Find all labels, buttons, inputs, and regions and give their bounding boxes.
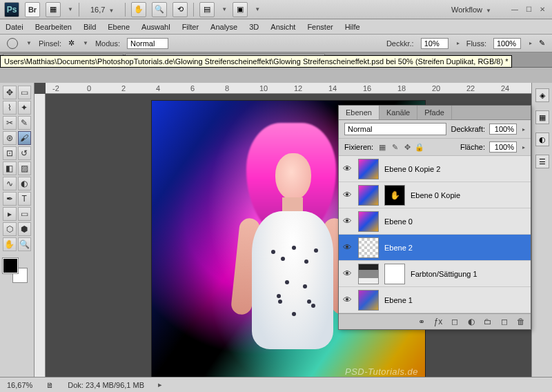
swatches-panel-icon[interactable]: ▦ xyxy=(535,110,549,124)
move-tool[interactable]: ✥ xyxy=(3,86,17,99)
layer-row[interactable]: 👁Ebene 0 Kopie 2 xyxy=(339,156,531,182)
chevron-right-icon[interactable]: ▸ xyxy=(158,380,162,389)
hand-tool-icon[interactable]: ✋ xyxy=(131,2,146,17)
adjustments-panel-icon[interactable]: ◐ xyxy=(535,133,549,146)
layer-row[interactable]: 👁Ebene 0 Kopie xyxy=(339,182,531,208)
zoom-level-display[interactable]: 16,7 ▼ xyxy=(90,6,114,14)
viewmode-icon[interactable]: ▦ xyxy=(46,2,61,17)
new-group-icon[interactable]: 🗀 xyxy=(482,316,493,327)
flow-input[interactable]: 100% xyxy=(493,38,521,49)
foreground-color[interactable] xyxy=(3,258,18,273)
close-icon[interactable]: ✕ xyxy=(537,4,548,15)
hand-tool[interactable]: ✋ xyxy=(3,237,17,251)
chevron-down-icon[interactable]: ▼ xyxy=(255,6,260,12)
tool-preset-icon[interactable] xyxy=(7,38,18,49)
status-zoom[interactable]: 16,67% xyxy=(7,381,32,389)
shape-tool[interactable]: ▭ xyxy=(18,207,32,221)
vertical-ruler[interactable] xyxy=(34,94,46,377)
tab-pfade[interactable]: Pfade xyxy=(417,106,452,119)
chevron-right-icon[interactable]: ▸ xyxy=(522,126,525,133)
layer-thumbnail[interactable] xyxy=(358,185,379,206)
layer-thumbnail[interactable] xyxy=(358,159,379,179)
layer-visibility-icon[interactable]: 👁 xyxy=(339,242,355,253)
blur-tool[interactable]: ∿ xyxy=(3,177,17,190)
layer-name[interactable]: Ebene 2 xyxy=(382,244,531,252)
layer-thumbnail[interactable] xyxy=(358,237,379,258)
menu-ebene[interactable]: Ebene xyxy=(108,23,130,31)
layer-visibility-icon[interactable]: 👁 xyxy=(339,268,355,279)
brush-tool[interactable]: 🖌 xyxy=(18,131,32,145)
layer-thumbnail[interactable] xyxy=(358,264,379,284)
tab-ebenen[interactable]: Ebenen xyxy=(339,106,379,119)
eraser-tool[interactable]: ◧ xyxy=(3,161,17,175)
adjustment-layer-icon[interactable]: ◐ xyxy=(466,316,477,327)
layer-thumbnail[interactable] xyxy=(358,211,379,232)
delete-layer-icon[interactable]: 🗑 xyxy=(515,316,526,327)
lock-all-icon[interactable]: 🔒 xyxy=(415,143,424,152)
layer-thumbnail[interactable] xyxy=(384,185,405,206)
layer-visibility-icon[interactable]: 👁 xyxy=(339,295,355,305)
quick-select-tool[interactable]: ✦ xyxy=(18,101,32,115)
chevron-down-icon[interactable]: ▼ xyxy=(83,40,88,46)
menu-bearbeiten[interactable]: Bearbeiten xyxy=(35,23,72,31)
arrange-docs-icon[interactable]: ▤ xyxy=(199,2,215,17)
layer-row[interactable]: 👁Ebene 0 xyxy=(339,208,531,235)
marquee-tool[interactable]: ▭ xyxy=(18,86,32,99)
chevron-right-icon[interactable]: ▸ xyxy=(522,144,525,150)
3d-camera-tool[interactable]: ⬢ xyxy=(18,222,32,236)
workspace-switcher[interactable]: Workflow ▼ xyxy=(444,3,498,16)
lock-pixels-icon[interactable]: ✎ xyxy=(390,143,400,152)
chevron-down-icon[interactable]: ▼ xyxy=(221,6,227,12)
zoom-tool-icon[interactable]: 🔍 xyxy=(152,2,167,17)
rotate-view-icon[interactable]: ⟲ xyxy=(172,2,188,17)
layer-style-icon[interactable]: ƒx xyxy=(433,316,444,327)
stamp-tool[interactable]: ⊡ xyxy=(3,146,17,160)
layer-name[interactable]: Ebene 1 xyxy=(382,296,531,304)
type-tool[interactable]: T xyxy=(18,192,32,206)
layer-visibility-icon[interactable]: 👁 xyxy=(339,216,355,226)
lock-position-icon[interactable]: ✥ xyxy=(402,143,412,152)
gradient-tool[interactable]: ▨ xyxy=(18,161,32,175)
screen-mode-icon[interactable]: ▣ xyxy=(233,2,248,17)
color-panel-icon[interactable]: ◈ xyxy=(535,88,549,102)
layer-visibility-icon[interactable]: 👁 xyxy=(339,164,355,174)
crop-tool[interactable]: ✂ xyxy=(3,116,17,130)
minimize-icon[interactable]: — xyxy=(509,4,520,15)
tab-kanaele[interactable]: Kanäle xyxy=(379,106,417,119)
horizontal-ruler[interactable]: -2024681012141618202224 xyxy=(46,83,531,94)
lasso-tool[interactable]: ⌇ xyxy=(3,101,17,115)
eyedropper-tool[interactable]: ✎ xyxy=(18,116,32,130)
layer-name[interactable]: Ebene 0 xyxy=(382,217,531,226)
layer-row[interactable]: 👁Farbton/Sättigung 1 xyxy=(339,261,531,287)
history-brush-tool[interactable]: ↺ xyxy=(18,146,32,160)
menu-fenster[interactable]: Fenster xyxy=(307,23,333,31)
layer-thumbnail[interactable] xyxy=(384,264,405,284)
chevron-down-icon[interactable]: ▼ xyxy=(68,6,73,12)
layer-mask-icon[interactable]: ◻ xyxy=(449,316,460,327)
lock-transparency-icon[interactable]: ▦ xyxy=(377,143,387,152)
airbrush-icon[interactable]: ✎ xyxy=(539,39,545,48)
3d-tool[interactable]: ⬡ xyxy=(3,222,17,236)
menu-hilfe[interactable]: Hilfe xyxy=(345,23,360,31)
bridge-icon[interactable]: Br xyxy=(25,2,40,17)
layer-thumbnail[interactable] xyxy=(358,290,379,311)
new-layer-icon[interactable]: ◻ xyxy=(499,316,510,327)
layer-blend-mode-select[interactable]: Normal xyxy=(344,123,446,135)
path-select-tool[interactable]: ▸ xyxy=(3,207,17,221)
layer-name[interactable]: Ebene 0 Kopie 2 xyxy=(382,165,531,173)
menu-auswahl[interactable]: Auswahl xyxy=(141,23,170,31)
layers-panel-icon[interactable]: ☰ xyxy=(535,155,549,168)
menu-bild[interactable]: Bild xyxy=(83,23,96,31)
chevron-down-icon[interactable]: ▸ xyxy=(457,40,460,46)
pen-tool[interactable]: ✒ xyxy=(3,192,17,206)
file-info-icon[interactable]: 🗎 xyxy=(46,381,54,389)
menu-filter[interactable]: Filter xyxy=(182,23,199,31)
healing-tool[interactable]: ⊛ xyxy=(3,131,17,145)
layer-row[interactable]: 👁Ebene 2 xyxy=(339,235,531,261)
menu-datei[interactable]: Datei xyxy=(6,23,23,31)
layer-opacity-input[interactable]: 100% xyxy=(489,124,517,135)
blend-mode-select[interactable]: Normal xyxy=(127,38,168,49)
layer-name[interactable]: Farbton/Sättigung 1 xyxy=(408,270,531,278)
opacity-input[interactable]: 10% xyxy=(421,38,448,49)
dodge-tool[interactable]: ◐ xyxy=(18,177,32,190)
